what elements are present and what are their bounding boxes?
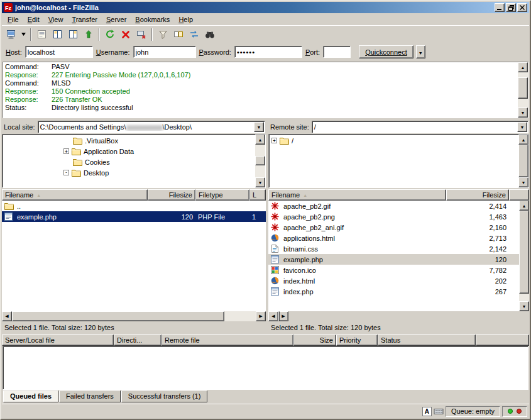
- column-header-filename[interactable]: Filename▲: [2, 189, 148, 201]
- minimize-button[interactable]: [495, 3, 505, 12]
- scroll-right-icon[interactable]: ▶: [256, 311, 266, 321]
- menu-edit[interactable]: Edit: [23, 14, 44, 25]
- scrollbar-thumb[interactable]: [255, 156, 265, 166]
- file-row[interactable]: bitnami.css2,142: [268, 243, 519, 254]
- menu-bookmarks[interactable]: Bookmarks: [131, 14, 174, 25]
- local-hscrollbar[interactable]: ◀▶: [2, 311, 266, 321]
- column-header-filename[interactable]: Filename▲: [268, 189, 446, 201]
- remote-hscrollbar[interactable]: ◀▶: [268, 311, 288, 321]
- scroll-down-icon[interactable]: ▼: [519, 301, 529, 311]
- remote-site-combo[interactable]: / ▼: [312, 121, 528, 133]
- scrollbar-thumb[interactable]: [519, 211, 529, 294]
- scrollbar-track[interactable]: [518, 72, 528, 108]
- column-header-size[interactable]: Size: [293, 334, 336, 346]
- column-header-directi[interactable]: Directi...: [114, 334, 161, 346]
- scrollbar-thumb[interactable]: [518, 77, 528, 99]
- host-input[interactable]: [25, 46, 93, 58]
- log-line: Command:PASV: [3, 63, 518, 71]
- find-button[interactable]: [202, 27, 217, 41]
- close-button[interactable]: [517, 3, 527, 12]
- scroll-down-icon[interactable]: ▼: [518, 177, 528, 187]
- sync-browsing-button[interactable]: [187, 27, 202, 41]
- local-list-header: Filename▲FilesizeFiletypeL: [2, 189, 266, 201]
- file-row[interactable]: example.php120: [268, 254, 519, 265]
- compare-button[interactable]: [171, 27, 186, 41]
- quickconnect-dropdown-button[interactable]: ▼: [416, 45, 425, 58]
- local-tree-button[interactable]: [50, 27, 65, 41]
- scroll-up-icon[interactable]: ▲: [518, 135, 528, 145]
- expand-icon[interactable]: +: [271, 138, 277, 143]
- column-header-filetype[interactable]: Filetype: [195, 189, 249, 201]
- column-header-filesize[interactable]: Filesize: [148, 189, 195, 201]
- password-input[interactable]: [234, 46, 302, 58]
- tree-item[interactable]: +/: [269, 135, 518, 146]
- scroll-right-icon[interactable]: ▶: [278, 311, 288, 321]
- site-manager-dropdown-button[interactable]: [19, 27, 28, 41]
- cancel-button[interactable]: [118, 27, 133, 41]
- maximize-button[interactable]: [506, 3, 516, 12]
- local-site-dropdown[interactable]: ▼: [254, 122, 264, 132]
- remote-site-dropdown[interactable]: ▼: [517, 122, 527, 132]
- scroll-up-icon[interactable]: ▲: [518, 62, 528, 72]
- file-row[interactable]: apache_pb2.gif2,414: [268, 201, 519, 211]
- scrollbar-thumb[interactable]: [518, 145, 528, 177]
- port-input[interactable]: [323, 46, 351, 58]
- scrollbar-track[interactable]: [255, 145, 265, 177]
- remote-list-scrollbar[interactable]: ▲▼: [519, 201, 529, 311]
- file-row[interactable]: index.php267: [268, 286, 519, 297]
- message-log-button[interactable]: [34, 27, 49, 41]
- log-scrollbar[interactable]: ▲▼: [518, 62, 528, 118]
- tree-item[interactable]: +Application Data: [3, 146, 255, 157]
- site-manager-button[interactable]: [4, 27, 19, 41]
- tree-item[interactable]: Cookies: [3, 157, 255, 167]
- scroll-up-icon[interactable]: ▲: [255, 135, 265, 145]
- column-header-filesize[interactable]: Filesize: [446, 189, 509, 201]
- scroll-down-icon[interactable]: ▼: [255, 177, 265, 187]
- scrollbar-track[interactable]: [518, 145, 528, 177]
- expand-icon[interactable]: +: [63, 148, 69, 154]
- file-row[interactable]: example.php120PHP File1: [2, 211, 266, 222]
- filter-button[interactable]: [155, 27, 170, 41]
- collapse-icon[interactable]: -: [63, 170, 69, 175]
- port-label: Port:: [305, 48, 320, 56]
- tab-queued-files[interactable]: Queued files: [3, 390, 58, 402]
- remote-tree-button[interactable]: [65, 27, 80, 41]
- remote-tree-scrollbar[interactable]: ▲▼: [518, 135, 528, 187]
- disconnect-button[interactable]: [134, 27, 149, 41]
- quickconnect-button[interactable]: Quickconnect: [359, 45, 413, 58]
- file-row[interactable]: index.html202: [268, 275, 519, 286]
- username-input[interactable]: [133, 46, 196, 58]
- column-header-remotefile[interactable]: Remote file: [161, 334, 293, 346]
- menu-view[interactable]: View: [44, 14, 68, 25]
- file-row[interactable]: favicon.ico7,782: [268, 265, 519, 275]
- column-header-status[interactable]: Status: [378, 334, 476, 346]
- file-row[interactable]: ..: [2, 201, 266, 211]
- scrollbar-thumb[interactable]: [278, 311, 280, 321]
- scrollbar-track[interactable]: [12, 311, 256, 321]
- refresh-button[interactable]: [102, 27, 118, 41]
- menu-server[interactable]: Server: [102, 14, 131, 25]
- scroll-up-icon[interactable]: ▲: [519, 201, 529, 211]
- file-row[interactable]: apache_pb2.png1,463: [268, 211, 519, 222]
- title-bar[interactable]: Fz john@localhost - FileZilla: [2, 2, 529, 13]
- menu-transfer[interactable]: Transfer: [67, 14, 102, 25]
- scroll-left-icon[interactable]: ◀: [2, 311, 12, 321]
- scrollbar-thumb[interactable]: [12, 311, 224, 321]
- file-row[interactable]: applications.html2,713: [268, 233, 519, 243]
- process-queue-button[interactable]: [81, 27, 96, 41]
- file-row[interactable]: apache_pb2_ani.gif2,160: [268, 222, 519, 233]
- tab-successful-transfers-1-[interactable]: Successful transfers (1): [121, 390, 208, 402]
- scrollbar-track[interactable]: [519, 211, 529, 301]
- tree-item[interactable]: -Desktop: [3, 167, 255, 178]
- tree-item[interactable]: .VirtualBox: [3, 135, 255, 146]
- menu-file[interactable]: File: [3, 14, 23, 25]
- local-tree-scrollbar[interactable]: ▲▼: [255, 135, 265, 187]
- column-header-l[interactable]: L: [249, 189, 266, 201]
- column-header-serverlocalfile[interactable]: Server/Local file: [2, 334, 114, 346]
- scroll-left-icon[interactable]: ◀: [268, 311, 278, 321]
- column-header-priority[interactable]: Priority: [336, 334, 378, 346]
- tab-failed-transfers[interactable]: Failed transfers: [59, 390, 121, 402]
- scroll-down-icon[interactable]: ▼: [518, 108, 528, 118]
- menu-help[interactable]: Help: [174, 14, 197, 25]
- local-site-combo[interactable]: C:\Documents and Settings\\Desktop\ ▼: [38, 121, 265, 133]
